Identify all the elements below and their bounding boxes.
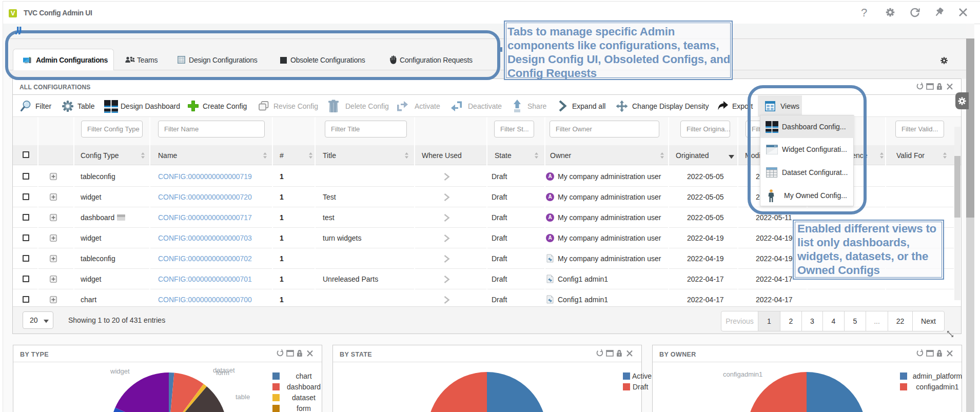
svg-text:?: ? [861,6,867,18]
